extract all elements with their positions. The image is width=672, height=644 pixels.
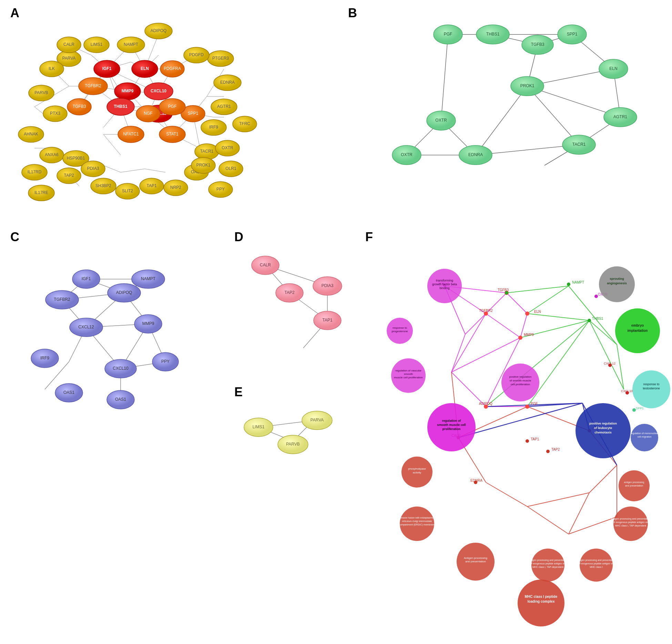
svg-line-164	[441, 34, 448, 121]
svg-point-80	[159, 126, 185, 143]
svg-point-74	[160, 61, 184, 77]
svg-point-310	[567, 283, 570, 286]
svg-point-90	[29, 85, 54, 101]
svg-point-295	[518, 336, 522, 340]
svg-line-287	[458, 403, 582, 438]
svg-point-231	[252, 256, 279, 275]
svg-point-184	[392, 145, 421, 165]
svg-point-291	[525, 311, 529, 316]
svg-text:implantation: implantation	[627, 329, 648, 333]
svg-point-120	[201, 120, 226, 135]
svg-text:cell migration: cell migration	[637, 436, 651, 438]
svg-point-166	[434, 25, 462, 44]
svg-point-106	[81, 161, 105, 177]
svg-point-84	[67, 99, 91, 115]
svg-point-312	[588, 319, 591, 322]
svg-text:activity: activity	[413, 471, 421, 474]
svg-point-128	[184, 47, 209, 63]
svg-point-170	[522, 35, 553, 54]
svg-point-58	[94, 60, 120, 78]
svg-text:phospholipase: phospholipase	[408, 467, 426, 470]
svg-point-98	[22, 164, 47, 180]
svg-text:MHC class I: MHC class I	[590, 566, 603, 568]
panel-c: C IGF1 NAMPT TGFBR2 ADIPOQ CXCL12 MMP9	[0, 224, 224, 438]
panel-e-label: E	[234, 385, 243, 399]
svg-point-214	[134, 315, 162, 333]
svg-text:cell proliferation: cell proliferation	[511, 383, 530, 386]
svg-point-318	[427, 269, 462, 303]
svg-text:Antigen processing: Antigen processing	[464, 556, 487, 560]
svg-line-165	[476, 86, 527, 155]
svg-point-218	[105, 359, 136, 378]
svg-point-168	[476, 25, 509, 44]
svg-point-222	[152, 352, 179, 371]
svg-point-110	[115, 183, 140, 199]
svg-point-367	[580, 549, 613, 582]
svg-text:of exogenous peptide antigen v: of exogenous peptide antigen via	[613, 521, 649, 524]
svg-text:compartment (ERGIC) membrane: compartment (ERGIC) membrane	[399, 523, 435, 526]
svg-point-96	[40, 147, 64, 163]
svg-point-70	[79, 78, 108, 95]
svg-point-206	[132, 270, 165, 288]
svg-text:MMP9: MMP9	[524, 333, 534, 337]
svg-point-216	[31, 349, 59, 368]
svg-line-54	[103, 165, 121, 172]
svg-point-309	[505, 291, 508, 295]
svg-point-60	[132, 60, 158, 78]
svg-point-82	[118, 126, 144, 143]
svg-text:angiogenesis: angiogenesis	[607, 282, 627, 285]
svg-text:smooth: smooth	[404, 372, 413, 376]
svg-text:and presentation: and presentation	[625, 484, 643, 487]
svg-point-316	[594, 295, 598, 298]
svg-point-142	[233, 116, 257, 132]
svg-line-278	[527, 507, 569, 534]
svg-point-325	[391, 358, 426, 393]
svg-text:smooth muscle cell: smooth muscle cell	[437, 423, 466, 427]
svg-line-257	[451, 372, 486, 407]
panel-a: A	[0, 0, 327, 234]
svg-text:and presentation: and presentation	[465, 560, 486, 563]
svg-text:muscle cell proliferation: muscle cell proliferation	[394, 376, 423, 379]
svg-point-237	[314, 311, 341, 330]
svg-line-56	[145, 169, 165, 172]
svg-point-114	[164, 180, 188, 196]
svg-point-122	[211, 99, 237, 115]
svg-text:positive regulation: positive regulation	[509, 375, 531, 378]
svg-text:regulation of mononuclear: regulation of mononuclear	[631, 432, 659, 435]
svg-text:testosterone: testosterone	[643, 387, 660, 390]
svg-text:chemotaxis: chemotaxis	[594, 431, 612, 434]
svg-text:antigen processing and present: antigen processing and presentation	[611, 518, 650, 520]
svg-line-258	[507, 293, 527, 314]
svg-line-35	[103, 134, 121, 155]
svg-point-363	[531, 549, 564, 582]
svg-line-253	[486, 314, 520, 338]
svg-text:SPP1: SPP1	[636, 407, 644, 410]
svg-text:of exogenous peptide antigen v: of exogenous peptide antigen via	[579, 562, 614, 565]
svg-text:response to: response to	[393, 326, 407, 329]
svg-point-180	[562, 135, 595, 154]
svg-point-68	[144, 83, 173, 100]
svg-point-100	[28, 185, 54, 201]
svg-text:response to: response to	[643, 382, 659, 386]
svg-line-268	[589, 320, 617, 345]
svg-point-246	[302, 411, 332, 430]
svg-point-144	[219, 161, 243, 177]
svg-text:TGFBR2: TGFBR2	[479, 309, 493, 313]
svg-point-204	[72, 270, 100, 288]
svg-line-264	[527, 314, 589, 320]
svg-line-281	[589, 465, 617, 493]
svg-text:MHC class I, TAP-dependent: MHC class I, TAP-dependent	[532, 566, 563, 569]
svg-text:binding: binding	[439, 286, 449, 290]
svg-text:PGF: PGF	[531, 402, 538, 406]
svg-text:MHC class I, TAP-dependent: MHC class I, TAP-dependent	[615, 524, 646, 527]
panel-e: E LIMS1 PARVB PARVA	[224, 379, 355, 500]
svg-point-78	[159, 99, 185, 115]
svg-text:THBS1: THBS1	[592, 317, 603, 320]
svg-text:antigen processing: antigen processing	[624, 481, 644, 484]
svg-text:progesterone: progesterone	[391, 330, 408, 333]
svg-point-126	[207, 51, 234, 67]
svg-text:CXCL12: CXCL12	[604, 362, 615, 365]
svg-point-244	[278, 435, 308, 454]
svg-point-92	[43, 106, 67, 122]
svg-point-118	[195, 144, 219, 160]
